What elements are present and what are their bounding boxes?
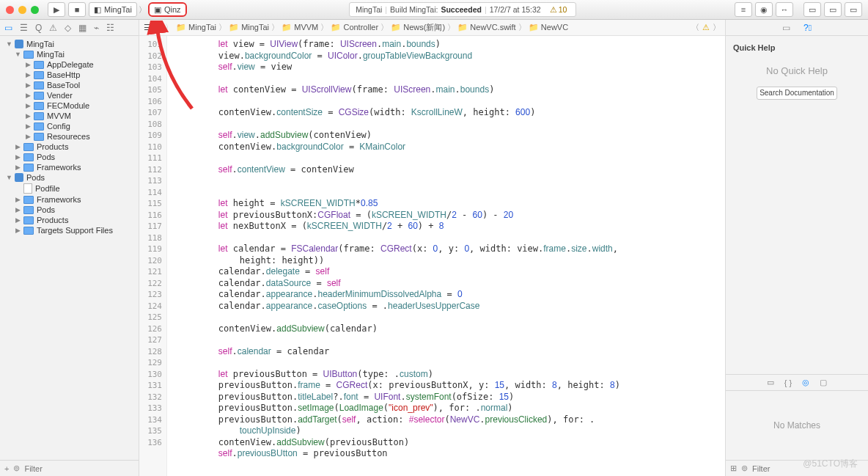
tree-item[interactable]: ▶Targets Support Files xyxy=(0,225,139,235)
status-time: 17/2/7 at 15:32 xyxy=(490,5,541,14)
toggle-navigator-button[interactable]: ▭ xyxy=(803,2,821,17)
tree-item[interactable]: ▶Resoureces xyxy=(0,131,139,142)
tree-item[interactable]: ▼MingTai xyxy=(0,39,139,49)
test-navigator-icon[interactable]: ◇ xyxy=(65,23,71,33)
navigator-filter-bar: + ⊚ xyxy=(0,460,139,476)
tree-item[interactable]: ▶Pods xyxy=(0,205,139,215)
status-result: Succeeded xyxy=(441,5,481,14)
run-button[interactable]: ▶ xyxy=(48,2,65,17)
issue-icon[interactable]: ⚠ xyxy=(702,23,710,32)
forward-button[interactable]: 〉 xyxy=(165,22,173,33)
code-snippet-library-icon[interactable]: { } xyxy=(784,378,792,387)
search-documentation-button[interactable]: Search Documentation xyxy=(757,87,837,100)
warnings-badge[interactable]: ⚠ 10 xyxy=(547,5,570,14)
stop-button[interactable]: ■ xyxy=(68,2,86,17)
tree-item[interactable]: ▶FECModule xyxy=(0,100,139,111)
quick-help-section: Quick Help No Quick Help Search Document… xyxy=(726,36,868,213)
media-library-icon[interactable]: ▢ xyxy=(820,378,827,387)
status-action: Build MingTai: xyxy=(390,5,438,14)
library-filter-icon[interactable]: ⊚ xyxy=(741,464,748,473)
editor-area: ☰ 〈 〉 📁 MingTai 〉 📁 MingTai 〉 📁 MVVM 〉 📁… xyxy=(139,20,725,476)
file-template-library-icon[interactable]: ▭ xyxy=(767,378,774,387)
navigator-filter-input[interactable] xyxy=(24,464,134,473)
quick-help-title: Quick Help xyxy=(733,43,861,52)
tree-item[interactable]: Podfile xyxy=(0,183,139,194)
standard-editor-button[interactable]: ≡ xyxy=(735,2,752,17)
assistant-editor-button[interactable]: ◉ xyxy=(755,2,773,17)
project-navigator-icon[interactable]: ▭ xyxy=(4,23,12,33)
line-gutter[interactable]: 101 102 103 104 105 106 107 108 109 110 … xyxy=(139,36,167,476)
scheme-selector[interactable]: ◧MingTai 〉 ▣Qinz xyxy=(89,2,187,17)
breadcrumb-item[interactable]: 📁 Controller xyxy=(331,23,378,32)
navigator-panel: ▭ ☰ Q ⚠ ◇ ▦ ⌁ ☷ ▼MingTai▼MingTai▶AppDele… xyxy=(0,20,139,476)
scheme-device-label: Qinz xyxy=(164,5,181,14)
activity-viewer: MingTai | Build MingTai: Succeeded | 17/… xyxy=(194,2,732,17)
tree-item[interactable]: ▶Config xyxy=(0,121,139,131)
app-icon: ◧ xyxy=(94,5,101,15)
version-editor-button[interactable]: ↔ xyxy=(776,2,793,17)
window-controls xyxy=(6,6,39,14)
tree-item[interactable]: ▶Vender xyxy=(0,90,139,100)
close-window-icon[interactable] xyxy=(6,6,14,14)
filter-icon[interactable]: ⊚ xyxy=(13,464,20,473)
tree-item[interactable]: ▶Products xyxy=(0,215,139,225)
navigator-selector: ▭ ☰ Q ⚠ ◇ ▦ ⌁ ☷ xyxy=(0,20,139,36)
debug-navigator-icon[interactable]: ▦ xyxy=(78,23,87,33)
report-navigator-icon[interactable]: ☷ xyxy=(106,23,114,33)
watermark: @51CTO博客 xyxy=(803,458,858,470)
tree-item[interactable]: ▶AppDelegate xyxy=(0,59,139,70)
file-inspector-icon[interactable]: ▭ xyxy=(782,23,790,33)
no-matches-label: No Matches xyxy=(726,391,868,460)
utilities-panel: ▭ ?⃝ Quick Help No Quick Help Search Doc… xyxy=(725,20,868,476)
breadcrumb-item[interactable]: 📁 NewVC xyxy=(529,23,568,32)
next-issue-icon[interactable]: 〉 xyxy=(713,22,721,33)
related-items-icon[interactable]: ☰ xyxy=(144,23,151,32)
tree-item[interactable]: ▶Frameworks xyxy=(0,194,139,205)
tree-item[interactable]: ▶Products xyxy=(0,142,139,152)
tree-item[interactable]: ▶BaseHttp xyxy=(0,70,139,80)
toggle-debug-button[interactable]: ▭ xyxy=(824,2,842,17)
breadcrumb-item[interactable]: 📁 MVVM xyxy=(282,23,318,32)
tree-item[interactable]: ▶Pods xyxy=(0,152,139,162)
add-icon[interactable]: + xyxy=(4,464,9,473)
symbol-navigator-icon[interactable]: ☰ xyxy=(20,23,28,33)
breadcrumb-item[interactable]: 📁 MingTai xyxy=(229,23,269,32)
breadcrumb-item[interactable]: 📁 NewVC.swift xyxy=(457,23,515,32)
prev-issue-icon[interactable]: 〈 xyxy=(691,22,699,33)
jump-bar[interactable]: ☰ 〈 〉 📁 MingTai 〉 📁 MingTai 〉 📁 MVVM 〉 📁… xyxy=(139,20,725,36)
tree-item[interactable]: ▼Pods xyxy=(0,172,139,183)
inspector-selector: ▭ ?⃝ xyxy=(726,20,868,36)
find-navigator-icon[interactable]: Q xyxy=(35,23,42,33)
minimize-window-icon[interactable] xyxy=(18,6,26,14)
toggle-utilities-button[interactable]: ▭ xyxy=(845,2,862,17)
scheme-app-label: MingTai xyxy=(104,5,132,14)
quick-help-inspector-icon[interactable]: ?⃝ xyxy=(803,23,812,33)
device-icon: ▣ xyxy=(154,5,161,15)
project-tree[interactable]: ▼MingTai▼MingTai▶AppDelegate▶BaseHttp▶Ba… xyxy=(0,36,139,460)
no-quick-help-label: No Quick Help xyxy=(733,65,861,76)
zoom-window-icon[interactable] xyxy=(31,6,39,14)
tree-item[interactable]: ▶BaseTool xyxy=(0,80,139,90)
library-grid-icon[interactable]: ⊞ xyxy=(730,464,737,473)
status-project: MingTai xyxy=(356,5,382,14)
tree-item[interactable]: ▶MVVM xyxy=(0,111,139,121)
breadcrumb-item[interactable]: 📁 MingTai xyxy=(176,23,216,32)
breakpoint-navigator-icon[interactable]: ⌁ xyxy=(94,23,99,33)
tree-item[interactable]: ▶Frameworks xyxy=(0,162,139,172)
object-library-icon[interactable]: ◎ xyxy=(802,378,809,387)
tree-item[interactable]: ▼MingTai xyxy=(0,49,139,59)
issue-navigator-icon[interactable]: ⚠ xyxy=(49,23,57,33)
breadcrumb-item[interactable]: 📁 News(新闻) xyxy=(391,23,445,32)
source-editor[interactable]: let view = UIView(frame: UIScreen.main.b… xyxy=(167,36,725,476)
toolbar: ▶ ■ ◧MingTai 〉 ▣Qinz MingTai | Build Min… xyxy=(0,0,868,20)
back-button[interactable]: 〈 xyxy=(154,22,162,33)
